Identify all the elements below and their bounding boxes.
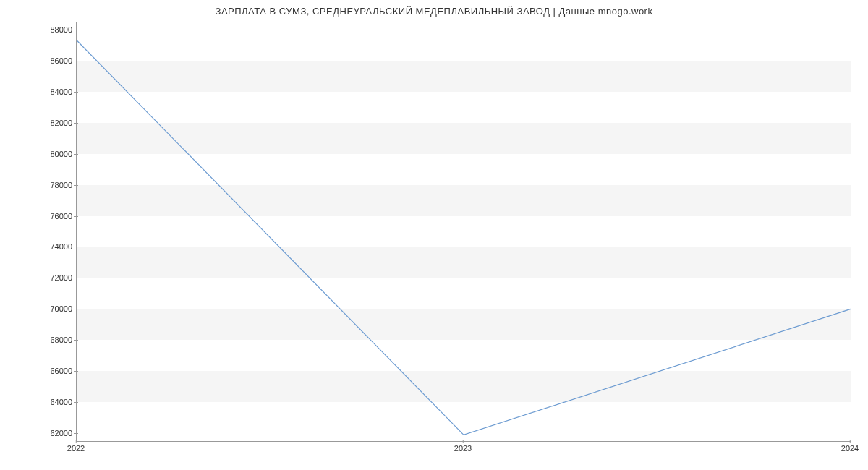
y-tick-label: 86000 bbox=[36, 56, 72, 65]
y-tick-label: 76000 bbox=[36, 212, 72, 221]
y-tick-mark bbox=[74, 247, 78, 247]
x-tick-label: 2024 bbox=[841, 444, 859, 453]
line-chart: ЗАРПЛАТА В СУМЗ, СРЕДНЕУРАЛЬСКИЙ МЕДЕПЛА… bbox=[0, 0, 868, 470]
plot-area bbox=[76, 22, 851, 442]
y-tick-mark bbox=[74, 309, 78, 309]
y-tick-label: 84000 bbox=[36, 87, 72, 96]
y-tick-mark bbox=[74, 433, 78, 434]
y-tick-mark bbox=[74, 216, 78, 217]
y-tick-mark bbox=[74, 30, 78, 30]
grid-vline bbox=[851, 22, 851, 441]
chart-title: ЗАРПЛАТА В СУМЗ, СРЕДНЕУРАЛЬСКИЙ МЕДЕПЛА… bbox=[0, 6, 868, 17]
y-tick-label: 88000 bbox=[36, 25, 72, 34]
y-tick-mark bbox=[74, 92, 78, 93]
y-tick-label: 78000 bbox=[36, 181, 72, 189]
y-tick-label: 74000 bbox=[36, 242, 72, 251]
y-tick-mark bbox=[74, 61, 78, 61]
x-tick-label: 2022 bbox=[67, 444, 85, 453]
y-tick-mark bbox=[74, 402, 78, 403]
y-tick-mark bbox=[74, 185, 78, 186]
x-tick-mark bbox=[76, 440, 77, 443]
y-tick-label: 72000 bbox=[36, 273, 72, 282]
x-tick-label: 2023 bbox=[454, 444, 472, 453]
x-tick-mark bbox=[463, 440, 464, 443]
y-tick-label: 80000 bbox=[36, 150, 72, 158]
y-tick-label: 62000 bbox=[36, 429, 72, 437]
y-tick-label: 70000 bbox=[36, 304, 72, 313]
y-tick-mark bbox=[74, 371, 78, 372]
y-tick-mark bbox=[74, 278, 78, 278]
y-tick-mark bbox=[74, 340, 78, 341]
y-tick-mark bbox=[74, 154, 78, 155]
y-tick-label: 68000 bbox=[36, 336, 72, 344]
data-line bbox=[77, 22, 851, 441]
x-tick-mark bbox=[850, 440, 851, 443]
y-tick-label: 82000 bbox=[36, 119, 72, 127]
y-tick-mark bbox=[74, 123, 78, 124]
y-tick-label: 64000 bbox=[36, 398, 72, 406]
y-tick-label: 66000 bbox=[36, 367, 72, 375]
